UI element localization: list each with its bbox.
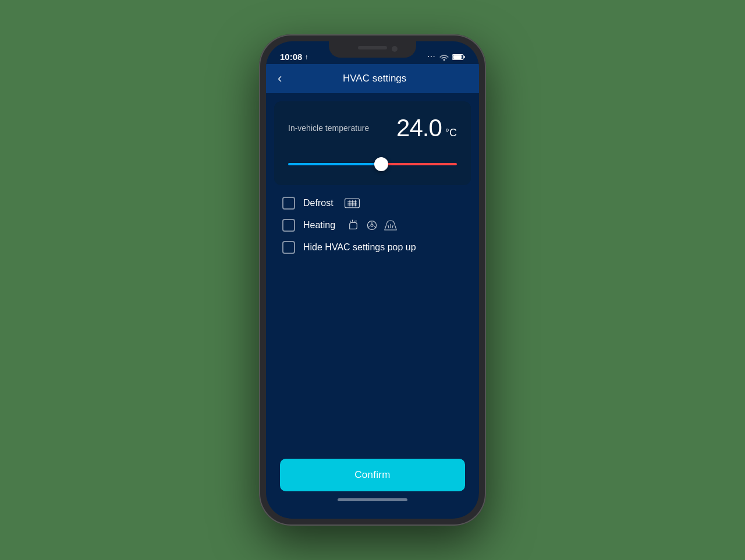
svg-line-19 [388, 225, 389, 228]
defrost-label: Defrost [303, 198, 334, 208]
notch [329, 41, 416, 58]
home-indicator [338, 498, 407, 501]
back-button[interactable]: ‹ [278, 71, 282, 86]
battery-icon [452, 54, 465, 61]
svg-rect-2 [453, 55, 462, 59]
svg-line-21 [392, 225, 393, 228]
options-section: Defrost [266, 185, 479, 265]
phone-frame: 10:08 ↑ ··· ‹ H [259, 34, 486, 526]
status-time: 10:08 ↑ [280, 52, 308, 62]
confirm-section: Confirm [266, 449, 479, 519]
page-title: HVAC settings [282, 73, 467, 84]
hide-hvac-option[interactable]: Hide HVAC settings pop up [282, 241, 463, 254]
hide-hvac-label: Hide HVAC settings pop up [303, 242, 416, 253]
speaker [358, 46, 387, 49]
temperature-row: In-vehicle temperature 24.0 °C [288, 114, 457, 142]
signal-dots: ··· [428, 54, 436, 60]
phone-screen: 10:08 ↑ ··· ‹ H [266, 41, 479, 519]
temperature-card: In-vehicle temperature 24.0 °C [274, 101, 471, 185]
windshield-heat-icon [383, 219, 398, 232]
spacer [266, 265, 479, 449]
heating-icons [346, 219, 398, 232]
temperature-value: 24.0 [396, 114, 442, 142]
slider-thumb[interactable] [374, 157, 388, 171]
time-display: 10:08 [280, 52, 302, 62]
temperature-slider-container[interactable] [288, 156, 457, 172]
location-arrow-icon: ↑ [304, 53, 308, 61]
heating-checkbox[interactable] [282, 219, 295, 232]
svg-rect-1 [463, 55, 464, 58]
slider-track [288, 163, 457, 165]
page-header: ‹ HVAC settings [266, 64, 479, 93]
defrost-option[interactable]: Defrost [282, 197, 463, 210]
hide-hvac-checkbox[interactable] [282, 241, 295, 254]
defrost-icons [344, 197, 360, 210]
temperature-label: In-vehicle temperature [288, 123, 369, 133]
temperature-value-container: 24.0 °C [396, 114, 457, 142]
svg-point-15 [371, 224, 373, 226]
wifi-icon [439, 54, 449, 61]
main-content: In-vehicle temperature 24.0 °C [266, 93, 479, 519]
rear-defrost-icon [344, 197, 360, 210]
heating-option[interactable]: Heating [282, 219, 463, 232]
camera [392, 46, 398, 52]
heating-label: Heating [303, 220, 335, 231]
confirm-button[interactable]: Confirm [280, 459, 465, 491]
seat-heat-icon [346, 219, 361, 232]
status-icons: ··· [428, 54, 465, 61]
temperature-unit: °C [445, 127, 457, 139]
defrost-checkbox[interactable] [282, 197, 295, 210]
steering-heat-icon [364, 219, 379, 232]
